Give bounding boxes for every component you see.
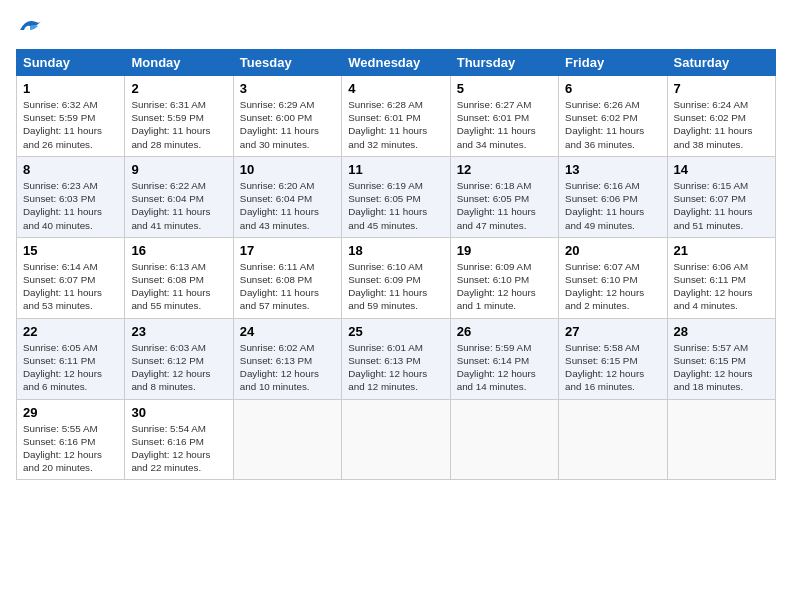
calendar-cell: 29Sunrise: 5:55 AM Sunset: 6:16 PM Dayli… xyxy=(17,399,125,480)
day-number: 16 xyxy=(131,243,226,258)
day-info: Sunrise: 6:28 AM Sunset: 6:01 PM Dayligh… xyxy=(348,98,443,151)
day-info: Sunrise: 6:16 AM Sunset: 6:06 PM Dayligh… xyxy=(565,179,660,232)
day-info: Sunrise: 6:27 AM Sunset: 6:01 PM Dayligh… xyxy=(457,98,552,151)
calendar-cell: 28Sunrise: 5:57 AM Sunset: 6:15 PM Dayli… xyxy=(667,318,775,399)
day-info: Sunrise: 6:11 AM Sunset: 6:08 PM Dayligh… xyxy=(240,260,335,313)
day-header-wednesday: Wednesday xyxy=(342,50,450,76)
day-header-thursday: Thursday xyxy=(450,50,558,76)
day-info: Sunrise: 6:23 AM Sunset: 6:03 PM Dayligh… xyxy=(23,179,118,232)
day-info: Sunrise: 6:18 AM Sunset: 6:05 PM Dayligh… xyxy=(457,179,552,232)
calendar-cell xyxy=(667,399,775,480)
day-number: 5 xyxy=(457,81,552,96)
day-info: Sunrise: 5:59 AM Sunset: 6:14 PM Dayligh… xyxy=(457,341,552,394)
day-number: 7 xyxy=(674,81,769,96)
calendar-cell xyxy=(342,399,450,480)
calendar-cell: 3Sunrise: 6:29 AM Sunset: 6:00 PM Daylig… xyxy=(233,76,341,157)
logo-text xyxy=(16,16,44,41)
calendar-cell: 7Sunrise: 6:24 AM Sunset: 6:02 PM Daylig… xyxy=(667,76,775,157)
day-number: 25 xyxy=(348,324,443,339)
day-number: 15 xyxy=(23,243,118,258)
day-number: 12 xyxy=(457,162,552,177)
calendar-cell: 23Sunrise: 6:03 AM Sunset: 6:12 PM Dayli… xyxy=(125,318,233,399)
calendar-cell: 8Sunrise: 6:23 AM Sunset: 6:03 PM Daylig… xyxy=(17,156,125,237)
day-info: Sunrise: 6:07 AM Sunset: 6:10 PM Dayligh… xyxy=(565,260,660,313)
day-number: 30 xyxy=(131,405,226,420)
calendar-cell: 22Sunrise: 6:05 AM Sunset: 6:11 PM Dayli… xyxy=(17,318,125,399)
calendar-cell xyxy=(559,399,667,480)
day-number: 17 xyxy=(240,243,335,258)
day-number: 24 xyxy=(240,324,335,339)
header-row: SundayMondayTuesdayWednesdayThursdayFrid… xyxy=(17,50,776,76)
calendar-cell: 24Sunrise: 6:02 AM Sunset: 6:13 PM Dayli… xyxy=(233,318,341,399)
day-number: 23 xyxy=(131,324,226,339)
day-number: 28 xyxy=(674,324,769,339)
calendar-cell xyxy=(450,399,558,480)
day-info: Sunrise: 5:55 AM Sunset: 6:16 PM Dayligh… xyxy=(23,422,118,475)
day-number: 13 xyxy=(565,162,660,177)
day-info: Sunrise: 6:09 AM Sunset: 6:10 PM Dayligh… xyxy=(457,260,552,313)
calendar-cell: 16Sunrise: 6:13 AM Sunset: 6:08 PM Dayli… xyxy=(125,237,233,318)
day-number: 2 xyxy=(131,81,226,96)
day-info: Sunrise: 6:31 AM Sunset: 5:59 PM Dayligh… xyxy=(131,98,226,151)
day-number: 1 xyxy=(23,81,118,96)
calendar-week-4: 22Sunrise: 6:05 AM Sunset: 6:11 PM Dayli… xyxy=(17,318,776,399)
day-number: 26 xyxy=(457,324,552,339)
calendar-cell: 25Sunrise: 6:01 AM Sunset: 6:13 PM Dayli… xyxy=(342,318,450,399)
calendar-body: 1Sunrise: 6:32 AM Sunset: 5:59 PM Daylig… xyxy=(17,76,776,480)
day-number: 4 xyxy=(348,81,443,96)
calendar-cell: 26Sunrise: 5:59 AM Sunset: 6:14 PM Dayli… xyxy=(450,318,558,399)
calendar-cell: 21Sunrise: 6:06 AM Sunset: 6:11 PM Dayli… xyxy=(667,237,775,318)
day-info: Sunrise: 5:57 AM Sunset: 6:15 PM Dayligh… xyxy=(674,341,769,394)
day-number: 9 xyxy=(131,162,226,177)
day-number: 11 xyxy=(348,162,443,177)
day-info: Sunrise: 6:14 AM Sunset: 6:07 PM Dayligh… xyxy=(23,260,118,313)
day-info: Sunrise: 6:29 AM Sunset: 6:00 PM Dayligh… xyxy=(240,98,335,151)
calendar-cell: 10Sunrise: 6:20 AM Sunset: 6:04 PM Dayli… xyxy=(233,156,341,237)
day-info: Sunrise: 6:03 AM Sunset: 6:12 PM Dayligh… xyxy=(131,341,226,394)
calendar-header: SundayMondayTuesdayWednesdayThursdayFrid… xyxy=(17,50,776,76)
calendar-cell: 9Sunrise: 6:22 AM Sunset: 6:04 PM Daylig… xyxy=(125,156,233,237)
day-info: Sunrise: 6:15 AM Sunset: 6:07 PM Dayligh… xyxy=(674,179,769,232)
day-number: 3 xyxy=(240,81,335,96)
day-info: Sunrise: 6:32 AM Sunset: 5:59 PM Dayligh… xyxy=(23,98,118,151)
day-info: Sunrise: 6:06 AM Sunset: 6:11 PM Dayligh… xyxy=(674,260,769,313)
calendar-cell: 15Sunrise: 6:14 AM Sunset: 6:07 PM Dayli… xyxy=(17,237,125,318)
day-info: Sunrise: 6:01 AM Sunset: 6:13 PM Dayligh… xyxy=(348,341,443,394)
calendar-cell: 6Sunrise: 6:26 AM Sunset: 6:02 PM Daylig… xyxy=(559,76,667,157)
calendar-week-2: 8Sunrise: 6:23 AM Sunset: 6:03 PM Daylig… xyxy=(17,156,776,237)
day-header-tuesday: Tuesday xyxy=(233,50,341,76)
calendar-cell: 14Sunrise: 6:15 AM Sunset: 6:07 PM Dayli… xyxy=(667,156,775,237)
day-info: Sunrise: 6:24 AM Sunset: 6:02 PM Dayligh… xyxy=(674,98,769,151)
calendar-cell: 2Sunrise: 6:31 AM Sunset: 5:59 PM Daylig… xyxy=(125,76,233,157)
day-info: Sunrise: 6:05 AM Sunset: 6:11 PM Dayligh… xyxy=(23,341,118,394)
calendar-week-1: 1Sunrise: 6:32 AM Sunset: 5:59 PM Daylig… xyxy=(17,76,776,157)
calendar-cell xyxy=(233,399,341,480)
day-number: 20 xyxy=(565,243,660,258)
calendar-cell: 11Sunrise: 6:19 AM Sunset: 6:05 PM Dayli… xyxy=(342,156,450,237)
calendar-cell: 1Sunrise: 6:32 AM Sunset: 5:59 PM Daylig… xyxy=(17,76,125,157)
day-info: Sunrise: 6:20 AM Sunset: 6:04 PM Dayligh… xyxy=(240,179,335,232)
calendar-cell: 30Sunrise: 5:54 AM Sunset: 6:16 PM Dayli… xyxy=(125,399,233,480)
day-number: 18 xyxy=(348,243,443,258)
day-header-sunday: Sunday xyxy=(17,50,125,76)
calendar-cell: 13Sunrise: 6:16 AM Sunset: 6:06 PM Dayli… xyxy=(559,156,667,237)
logo xyxy=(16,16,44,41)
calendar-cell: 18Sunrise: 6:10 AM Sunset: 6:09 PM Dayli… xyxy=(342,237,450,318)
day-header-friday: Friday xyxy=(559,50,667,76)
day-info: Sunrise: 6:02 AM Sunset: 6:13 PM Dayligh… xyxy=(240,341,335,394)
calendar-week-3: 15Sunrise: 6:14 AM Sunset: 6:07 PM Dayli… xyxy=(17,237,776,318)
day-number: 21 xyxy=(674,243,769,258)
day-number: 22 xyxy=(23,324,118,339)
day-number: 27 xyxy=(565,324,660,339)
day-info: Sunrise: 6:22 AM Sunset: 6:04 PM Dayligh… xyxy=(131,179,226,232)
day-info: Sunrise: 6:19 AM Sunset: 6:05 PM Dayligh… xyxy=(348,179,443,232)
day-number: 14 xyxy=(674,162,769,177)
day-number: 6 xyxy=(565,81,660,96)
day-header-saturday: Saturday xyxy=(667,50,775,76)
day-number: 8 xyxy=(23,162,118,177)
calendar-cell: 20Sunrise: 6:07 AM Sunset: 6:10 PM Dayli… xyxy=(559,237,667,318)
day-number: 29 xyxy=(23,405,118,420)
day-info: Sunrise: 5:58 AM Sunset: 6:15 PM Dayligh… xyxy=(565,341,660,394)
day-info: Sunrise: 5:54 AM Sunset: 6:16 PM Dayligh… xyxy=(131,422,226,475)
page-header xyxy=(16,16,776,41)
